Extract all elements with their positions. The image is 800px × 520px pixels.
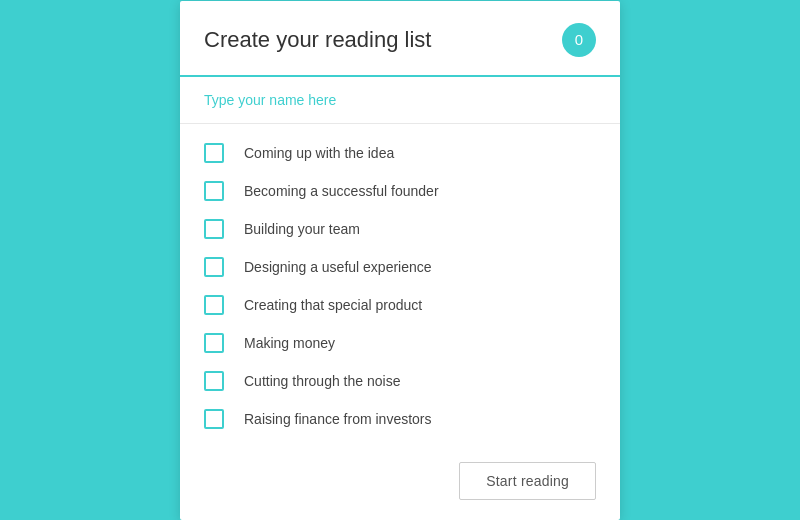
list-item[interactable]: Building your team xyxy=(204,210,596,248)
page-title: Create your reading list xyxy=(204,27,431,53)
checklist-checkbox[interactable] xyxy=(204,371,224,391)
item-label: Becoming a successful founder xyxy=(244,183,439,199)
checklist: Coming up with the ideaBecoming a succes… xyxy=(180,124,620,448)
card-header: Create your reading list 0 xyxy=(180,1,620,77)
reading-list-card: Create your reading list 0 Coming up wit… xyxy=(180,1,620,520)
start-reading-button[interactable]: Start reading xyxy=(459,462,596,500)
card-footer: Start reading xyxy=(180,448,620,520)
item-label: Building your team xyxy=(244,221,360,237)
checklist-checkbox[interactable] xyxy=(204,257,224,277)
selection-count-badge: 0 xyxy=(562,23,596,57)
item-label: Creating that special product xyxy=(244,297,422,313)
name-input-row xyxy=(180,77,620,124)
checklist-checkbox[interactable] xyxy=(204,333,224,353)
list-item[interactable]: Creating that special product xyxy=(204,286,596,324)
item-label: Designing a useful experience xyxy=(244,259,432,275)
checklist-checkbox[interactable] xyxy=(204,143,224,163)
list-item[interactable]: Raising finance from investors xyxy=(204,400,596,438)
checklist-checkbox[interactable] xyxy=(204,409,224,429)
item-label: Making money xyxy=(244,335,335,351)
list-item[interactable]: Cutting through the noise xyxy=(204,362,596,400)
checklist-checkbox[interactable] xyxy=(204,181,224,201)
list-item[interactable]: Becoming a successful founder xyxy=(204,172,596,210)
item-label: Cutting through the noise xyxy=(244,373,400,389)
checklist-checkbox[interactable] xyxy=(204,219,224,239)
list-item[interactable]: Coming up with the idea xyxy=(204,134,596,172)
item-label: Raising finance from investors xyxy=(244,411,432,427)
name-input[interactable] xyxy=(204,92,596,108)
list-item[interactable]: Designing a useful experience xyxy=(204,248,596,286)
list-item[interactable]: Making money xyxy=(204,324,596,362)
checklist-checkbox[interactable] xyxy=(204,295,224,315)
item-label: Coming up with the idea xyxy=(244,145,394,161)
